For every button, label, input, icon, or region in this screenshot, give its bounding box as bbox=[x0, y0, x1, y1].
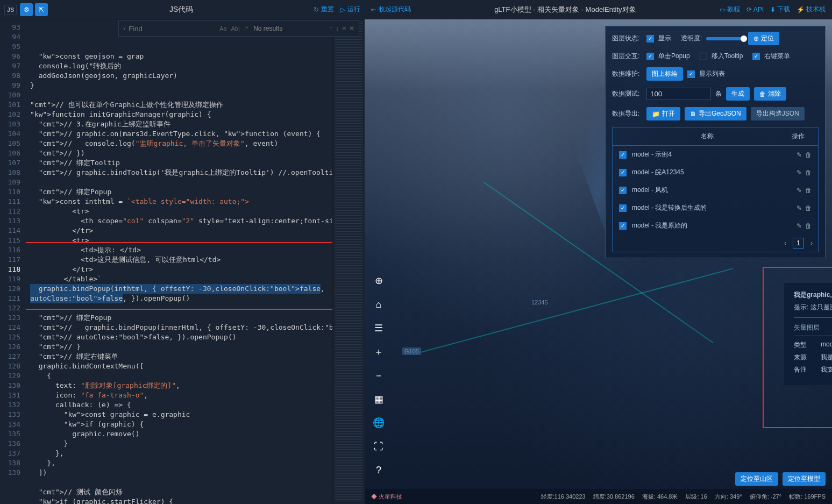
link-tech[interactable]: ⚡ 技术栈 bbox=[797, 5, 826, 14]
page-next[interactable]: › bbox=[807, 238, 816, 248]
find-case-toggle[interactable]: Aa bbox=[219, 25, 226, 32]
draw-button[interactable]: 图上标绘 bbox=[646, 67, 683, 81]
list-item[interactable]: ✓model - 我是原始的✎🗑 bbox=[613, 217, 818, 235]
label-show-list: 显示列表 bbox=[699, 69, 725, 79]
list-item[interactable]: ✓model - 风机✎🗑 bbox=[613, 181, 818, 199]
count-input[interactable] bbox=[646, 88, 711, 100]
right-header: ⇤ 收起源代码 gLTF小模型 - 相关矢量对象 - ModelEntity对象… bbox=[365, 0, 832, 19]
edit-icon[interactable]: ✎ bbox=[797, 169, 802, 176]
link-tutorial[interactable]: ▭ 教程 bbox=[720, 5, 740, 14]
export-geojson-button[interactable]: 🗎 导出GeoJSON bbox=[685, 107, 746, 120]
fullscreen-icon[interactable]: ⛶ bbox=[370, 438, 387, 455]
collapse-source-button[interactable]: ⇤ 收起源代码 bbox=[371, 5, 411, 14]
checkbox-context-menu[interactable]: ✓ bbox=[752, 53, 760, 60]
label-show: 显示 bbox=[658, 34, 671, 43]
page-prev[interactable]: ‹ bbox=[781, 238, 790, 248]
delete-icon[interactable]: 🗑 bbox=[805, 204, 812, 212]
logo-text: ◆ 火星科技 bbox=[371, 493, 402, 501]
item-checkbox[interactable]: ✓ bbox=[619, 222, 627, 230]
stat-pitch: 俯仰角: -27° bbox=[750, 493, 781, 501]
find-prev-icon[interactable]: ↑ bbox=[329, 25, 332, 32]
minimap[interactable] bbox=[332, 19, 365, 504]
open-button[interactable]: 📁 打开 bbox=[646, 107, 680, 120]
link-download[interactable]: ⬇ 下载 bbox=[770, 5, 790, 14]
stat-lat: 纬度:30.862196 bbox=[593, 493, 635, 501]
item-name: model - 示例4 bbox=[632, 150, 791, 159]
minus-icon[interactable]: － bbox=[370, 367, 387, 384]
popup-type-label: 类型 bbox=[794, 340, 821, 350]
locate-button[interactable]: ⊕ 定位 bbox=[748, 32, 779, 45]
map-toolbar: ⊕ ⌂ ☰ ＋ － ▦ 🌐 ⛶ ? bbox=[370, 272, 387, 479]
item-name: model - 我是转换后生成的 bbox=[632, 203, 791, 212]
map-canvas[interactable]: 12345 G105 图层状态: ✓ 显示 透明度: ⊕ 定位 图层交互: ✓ … bbox=[365, 19, 832, 504]
checkbox-click-popup[interactable]: ✓ bbox=[646, 53, 654, 60]
edit-icon[interactable]: ✎ bbox=[797, 222, 802, 230]
item-checkbox[interactable]: ✓ bbox=[619, 204, 627, 212]
link-api[interactable]: ⟳ API bbox=[746, 5, 764, 14]
preview-pane: ⇤ 收起源代码 gLTF小模型 - 相关矢量对象 - ModelEntity对象… bbox=[365, 0, 832, 504]
run-button[interactable]: ▷ 运行 bbox=[340, 5, 360, 14]
list-item[interactable]: ✓model - 皖A12345✎🗑 bbox=[613, 164, 818, 181]
stat-lon: 经度:116.340223 bbox=[541, 493, 586, 501]
find-regex-toggle[interactable]: .* bbox=[244, 25, 248, 32]
find-word-toggle[interactable]: Ab| bbox=[231, 25, 239, 32]
list-item[interactable]: ✓model - 我是转换后生成的✎🗑 bbox=[613, 199, 818, 217]
control-panel: 图层状态: ✓ 显示 透明度: ⊕ 定位 图层交互: ✓ 单击Popup 移入T… bbox=[605, 26, 826, 258]
help-icon[interactable]: ? bbox=[370, 462, 387, 479]
reset-button[interactable]: ↻ 重置 bbox=[314, 5, 334, 14]
find-next-icon[interactable]: ↓ bbox=[336, 25, 339, 32]
item-name: model - 我是原始的 bbox=[632, 221, 791, 230]
find-close-icon[interactable]: ✕ bbox=[349, 25, 354, 32]
find-filter-icon[interactable]: ≡ bbox=[342, 25, 346, 32]
code-editor[interactable]: 9394959697989910010110210310410510610710… bbox=[0, 19, 365, 504]
find-chevron-icon[interactable]: › bbox=[123, 25, 125, 32]
checkbox-show-list[interactable]: ✓ bbox=[687, 70, 695, 78]
item-checkbox[interactable]: ✓ bbox=[619, 151, 627, 159]
export-json-button[interactable]: 导出构造JSON bbox=[751, 107, 805, 120]
clear-button[interactable]: 🗑 清除 bbox=[754, 87, 786, 101]
item-checkbox[interactable]: ✓ bbox=[619, 187, 627, 194]
edit-icon[interactable]: ✎ bbox=[797, 151, 802, 159]
generate-button[interactable]: 生成 bbox=[726, 87, 750, 101]
label-unit: 条 bbox=[715, 89, 722, 98]
compass-icon[interactable]: ⊕ bbox=[370, 272, 387, 289]
label-click-popup: 单击Popup bbox=[658, 52, 690, 61]
layers-icon[interactable]: ☰ bbox=[370, 320, 387, 337]
checkbox-show[interactable]: ✓ bbox=[646, 35, 654, 42]
popup-source: 我是layer上绑定的Popup bbox=[821, 353, 832, 362]
edit-icon[interactable]: ✎ bbox=[797, 204, 802, 212]
item-checkbox[interactable]: ✓ bbox=[619, 169, 627, 176]
popup-source-label: 来源 bbox=[794, 353, 821, 362]
label-test: 数据测试: bbox=[612, 89, 642, 98]
locate-model-button[interactable]: 定位至模型 bbox=[783, 472, 826, 486]
delete-icon[interactable]: 🗑 bbox=[805, 151, 812, 159]
find-input[interactable] bbox=[129, 25, 219, 33]
delete-icon[interactable]: 🗑 bbox=[805, 169, 812, 176]
popup-section: 矢量图层 bbox=[794, 323, 832, 336]
code-pane: JS ⚙ ⇱ JS代码 ↻ 重置 ▷ 运行 › Aa Ab| .* No res… bbox=[0, 0, 365, 504]
popup-hint-label: 提示: bbox=[794, 303, 808, 311]
list-item[interactable]: ✓model - 示例4✎🗑 bbox=[613, 146, 818, 164]
popup-note-label: 备注 bbox=[794, 365, 821, 374]
opacity-slider[interactable] bbox=[706, 37, 744, 40]
globe-icon[interactable]: 🌐 bbox=[370, 414, 387, 431]
item-list: 名称 操作 ✓model - 示例4✎🗑✓model - 皖A12345✎🗑✓m… bbox=[612, 127, 819, 252]
edit-icon[interactable]: ✎ bbox=[797, 187, 802, 194]
stat-level: 层级: 16 bbox=[685, 493, 707, 501]
route-badge: G105 bbox=[402, 347, 421, 355]
page-current[interactable]: 1 bbox=[793, 238, 804, 249]
code-body[interactable]: "kw">const geojson = grap console.log("转… bbox=[26, 19, 332, 504]
checkbox-hover-tooltip[interactable] bbox=[700, 53, 707, 60]
add-icon[interactable]: ＋ bbox=[370, 343, 387, 360]
popup-hint: 这只是测试信息, 可以任意html bbox=[810, 303, 832, 311]
js-badge: JS bbox=[4, 5, 17, 15]
locate-mountain-button[interactable]: 定位至山区 bbox=[735, 472, 778, 486]
label-export: 数据导出: bbox=[612, 109, 642, 118]
settings-icon[interactable]: ⚙ bbox=[20, 3, 33, 16]
delete-icon[interactable]: 🗑 bbox=[805, 187, 812, 194]
home-icon[interactable]: ⌂ bbox=[370, 296, 387, 313]
left-title: JS代码 bbox=[49, 5, 314, 15]
popout-icon[interactable]: ⇱ bbox=[35, 3, 48, 16]
basemap-icon[interactable]: ▦ bbox=[370, 391, 387, 408]
delete-icon[interactable]: 🗑 bbox=[805, 222, 812, 230]
